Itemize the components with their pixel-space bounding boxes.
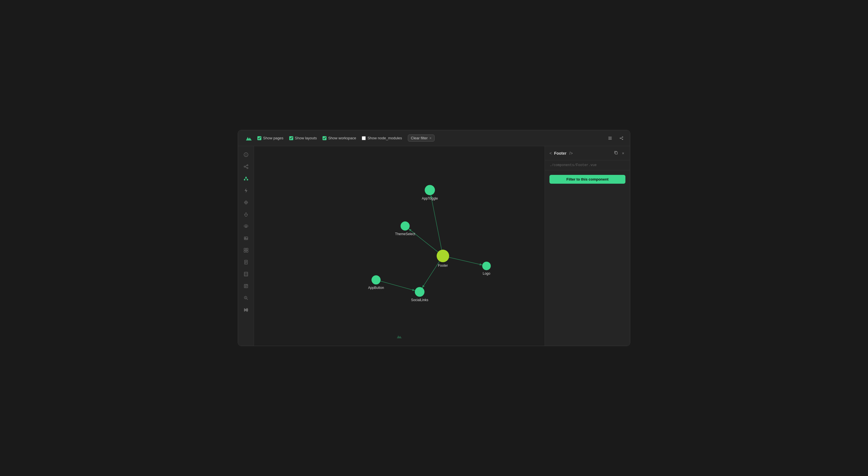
clear-filter-x-icon: × — [429, 136, 432, 140]
show-node-modules-toggle[interactable]: Show node_modules — [362, 136, 402, 140]
svg-line-50 — [405, 226, 443, 256]
svg-marker-51 — [409, 229, 411, 231]
show-node-modules-checkbox[interactable] — [362, 136, 366, 140]
close-panel-button[interactable]: × — [621, 150, 625, 157]
svg-point-17 — [247, 179, 248, 181]
svg-rect-0 — [608, 137, 612, 137]
panel-tag-open: < — [550, 151, 552, 156]
svg-line-18 — [245, 178, 246, 179]
sidebar-icon-inspect[interactable] — [241, 197, 251, 208]
svg-point-3 — [620, 138, 621, 139]
svg-point-60 — [400, 222, 409, 231]
svg-point-10 — [244, 166, 245, 167]
sidebar-icon-settings[interactable] — [241, 221, 251, 231]
panel-title-area: < Footer /> — [550, 151, 573, 156]
nuxt-logo-watermark — [396, 333, 403, 341]
svg-point-11 — [247, 165, 248, 166]
sidebar-icon-plugin[interactable] — [241, 209, 251, 220]
svg-point-64 — [482, 262, 491, 270]
filter-to-component-button[interactable]: Filter to this component — [550, 175, 625, 184]
svg-line-13 — [245, 165, 247, 166]
svg-text:AppToggle: AppToggle — [422, 196, 438, 200]
svg-text:Footer: Footer — [438, 263, 448, 267]
sidebar-icon-modules[interactable] — [241, 245, 251, 255]
app-logo — [243, 134, 255, 142]
copy-path-button[interactable] — [613, 150, 619, 157]
topbar-right — [606, 134, 625, 142]
show-pages-toggle[interactable]: Show pages — [257, 136, 284, 140]
svg-rect-2 — [608, 139, 612, 139]
svg-text:Logo: Logo — [483, 272, 490, 276]
graph-svg: AppToggleThemeSelectFooterLogoAppButtonS… — [254, 146, 545, 346]
svg-marker-57 — [412, 289, 415, 291]
svg-rect-1 — [608, 138, 612, 138]
svg-marker-53 — [479, 263, 482, 265]
panel-body: Filter to this component — [545, 170, 630, 188]
svg-rect-30 — [246, 248, 248, 250]
panel-file-path: ./components/Footer.vue — [545, 160, 630, 170]
svg-line-7 — [621, 138, 622, 139]
svg-rect-31 — [244, 251, 246, 252]
svg-point-5 — [622, 139, 623, 140]
svg-point-66 — [371, 275, 380, 284]
sidebar-icon-snippets[interactable] — [241, 281, 251, 291]
svg-text:ThemeSelect: ThemeSelect — [395, 232, 415, 236]
clear-filter-label: Clear filter — [411, 136, 428, 140]
svg-text:i: i — [245, 153, 246, 156]
sidebar-icon-assets[interactable] — [241, 233, 251, 244]
panel-component-name: Footer — [554, 151, 566, 156]
svg-point-62 — [437, 250, 449, 262]
svg-text:SocialLinks: SocialLinks — [411, 298, 428, 302]
clear-filter-button[interactable]: Clear filter × — [408, 134, 435, 141]
svg-rect-70 — [615, 152, 617, 154]
sidebar-icon-info[interactable]: i — [241, 150, 251, 160]
svg-rect-37 — [244, 272, 248, 276]
svg-rect-32 — [246, 251, 248, 252]
sidebar-icon-components[interactable] — [241, 173, 251, 184]
svg-marker-55 — [422, 285, 425, 288]
show-pages-checkbox[interactable] — [257, 136, 261, 140]
svg-point-20 — [245, 201, 247, 204]
svg-point-12 — [247, 167, 248, 169]
show-layouts-checkbox[interactable] — [289, 136, 293, 140]
sidebar-icon-layouts[interactable] — [241, 269, 251, 279]
graph-canvas[interactable]: AppToggleThemeSelectFooterLogoAppButtonS… — [254, 146, 545, 346]
show-workspace-checkbox[interactable] — [322, 136, 327, 140]
sidebar-icon-search[interactable] — [241, 293, 251, 303]
topbar: Show pages Show layouts Show workspace S… — [238, 130, 630, 146]
panel-tag-close: /> — [569, 151, 573, 156]
topbar-controls: Show pages Show layouts Show workspace S… — [255, 134, 606, 141]
show-workspace-label: Show workspace — [328, 136, 356, 140]
list-view-button[interactable] — [606, 134, 614, 142]
graph-view-button[interactable] — [617, 134, 625, 142]
svg-point-58 — [425, 185, 435, 195]
sidebar: i — [238, 146, 254, 346]
show-node-modules-label: Show node_modules — [367, 136, 402, 140]
svg-rect-29 — [244, 248, 246, 250]
panel-header: < Footer /> × — [545, 146, 630, 160]
panel-actions: × — [613, 150, 625, 157]
sidebar-icon-vscode[interactable] — [241, 305, 251, 315]
main-area: i — [238, 146, 630, 346]
svg-point-15 — [245, 177, 247, 178]
sidebar-icon-graph[interactable] — [241, 161, 251, 172]
svg-line-44 — [246, 285, 247, 285]
svg-point-26 — [245, 226, 247, 227]
app-window: Show pages Show layouts Show workspace S… — [238, 130, 630, 346]
svg-text:AppButton: AppButton — [368, 286, 384, 290]
show-layouts-label: Show layouts — [295, 136, 317, 140]
svg-point-21 — [245, 202, 247, 203]
svg-point-68 — [415, 287, 425, 296]
show-workspace-toggle[interactable]: Show workspace — [322, 136, 356, 140]
show-layouts-toggle[interactable]: Show layouts — [289, 136, 317, 140]
sidebar-icon-lightning[interactable] — [241, 185, 251, 196]
component-panel: < Footer /> × ./components/ — [545, 146, 630, 346]
svg-line-46 — [247, 298, 248, 300]
sidebar-icon-pages[interactable] — [241, 257, 251, 267]
close-icon: × — [622, 151, 624, 156]
svg-line-19 — [246, 178, 247, 179]
svg-point-4 — [622, 136, 623, 138]
show-pages-label: Show pages — [263, 136, 284, 140]
svg-point-16 — [244, 179, 245, 181]
svg-line-14 — [245, 167, 247, 168]
